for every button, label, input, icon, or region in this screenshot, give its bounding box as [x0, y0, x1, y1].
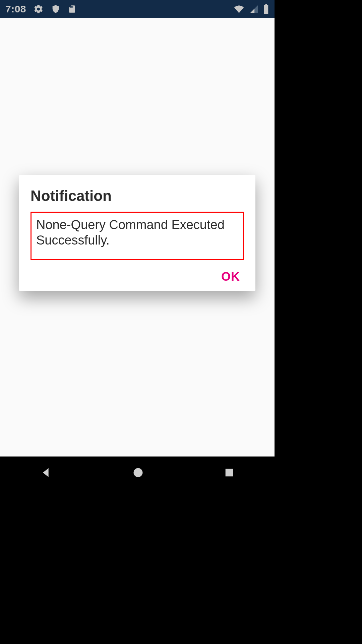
battery-icon	[263, 4, 269, 14]
notification-dialog: Notification None-Query Command Executed…	[19, 175, 255, 291]
status-clock: 7:08	[5, 3, 26, 15]
dialog-message: None-Query Command Executed Successfully…	[31, 212, 244, 260]
nav-recent-icon[interactable]	[224, 467, 235, 478]
svg-rect-1	[225, 469, 233, 476]
nav-back-icon[interactable]	[40, 466, 53, 479]
wifi-icon	[233, 4, 245, 14]
gear-icon	[34, 4, 44, 14]
nav-home-icon[interactable]	[132, 467, 144, 479]
status-bar: 7:08	[0, 0, 275, 18]
svg-point-0	[134, 468, 143, 477]
dialog-ok-button[interactable]: OK	[221, 270, 240, 284]
android-navbar	[0, 457, 275, 488]
shield-icon	[51, 4, 60, 14]
signal-icon	[249, 4, 259, 14]
dialog-title: Notification	[31, 187, 244, 204]
sd-card-icon	[68, 4, 76, 14]
